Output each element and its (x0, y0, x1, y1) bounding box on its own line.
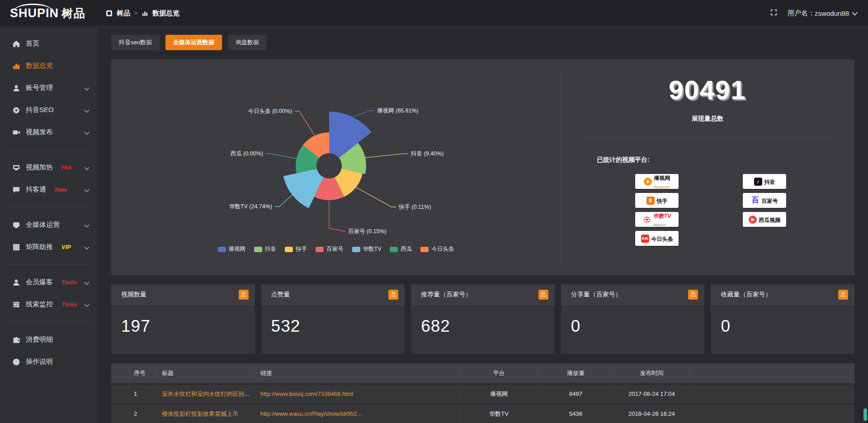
legend-label: 快手 (296, 245, 307, 253)
legend-item-快手[interactable]: 快手 (285, 245, 307, 253)
sidebar-item-6[interactable]: 视频加热Hot (0, 156, 98, 179)
legend-label: 抖音 (265, 245, 276, 253)
fullscreen-icon[interactable] (770, 9, 778, 18)
svg-text:?: ? (15, 359, 18, 364)
stat-card-title: 点赞量 (271, 291, 290, 299)
legend-item-抖音[interactable]: 抖音 (254, 245, 276, 253)
sidebar-item-label: 操作说明 (26, 357, 53, 366)
column-header-6: 发布时间 (614, 363, 690, 383)
video-url-link[interactable]: http://www.wasu.cn/Play/show/id/952... (260, 410, 362, 417)
sidebar-item-label: 数据总览 (26, 61, 53, 70)
sidebar-divider (7, 264, 90, 265)
stat-card-value: 0 (571, 317, 705, 336)
video-title-link[interactable]: 室外水纹灯和室内水纹灯的区别和简介 (162, 390, 256, 397)
pie-slice-华数TV[interactable] (283, 169, 324, 208)
cell-plays: 8497 (538, 385, 614, 403)
stat-card-header: 推荐量（百家号）总 (411, 284, 555, 305)
breadcrumb-root[interactable]: 树品 (117, 9, 130, 18)
legend-color-chip (285, 247, 293, 252)
sidebar-item-1[interactable]: 首页 (0, 33, 98, 55)
cell-title: 室外水纹灯和室内水纹灯的区别和简介 (157, 385, 256, 403)
sidebar-item-label: 抖客通 (26, 185, 46, 194)
sidebar-item-badge: New (55, 186, 67, 193)
sidebar-item-badge: Tools (61, 279, 77, 286)
sidebar-item-label: 全媒体运营 (26, 221, 60, 229)
pie-label: 今日头条 (0.00%) (248, 108, 292, 114)
legend-label: 今日头条 (431, 245, 454, 253)
platform-name: 今日头条 (651, 236, 673, 242)
sidebar-item-label: 矩阵助推 (26, 243, 53, 251)
chevron-down-icon (852, 9, 858, 15)
cell-platform: 播视网 (460, 385, 538, 403)
platform-badge-西瓜视频: 西瓜视频 (743, 212, 786, 227)
platform-badge-播视网: 播视网boosj.com (635, 174, 679, 189)
sidebar-item-11[interactable]: 线索监控Tools (0, 293, 98, 315)
cell-index: 1 (129, 385, 157, 403)
kuaishou-icon: 8 (646, 197, 655, 205)
sidebar-item-9[interactable]: 矩阵助推VIP (0, 236, 98, 258)
stat-card-value: 197 (121, 317, 255, 336)
sidebar-item-badge: VIP (61, 244, 71, 250)
stat-card-header: 视频数量总 (111, 284, 255, 305)
cell-title: 楼体投影灯投影效果震撼上市 (157, 404, 256, 423)
cell-extra (690, 404, 854, 423)
chevron-down-icon (84, 222, 89, 227)
sidebar-item-12[interactable]: 消费明细 (0, 329, 98, 351)
legend-item-今日头条[interactable]: 今日头条 (420, 245, 454, 253)
divider (584, 137, 831, 138)
breadcrumb-current[interactable]: 数据总览 (152, 9, 179, 18)
tab-2[interactable]: 全媒体运营数据 (165, 35, 222, 50)
sidebar-item-3[interactable]: 账号管理 (0, 77, 98, 99)
sidebar-item-4[interactable]: 抖音SEO (0, 99, 98, 121)
stat-card-3: 推荐量（百家号）总682 (411, 284, 555, 354)
total-impressions-value: 90491 (561, 75, 854, 105)
label-leader-line (356, 187, 396, 207)
pie-label: 百家号 (0.15%) (348, 228, 387, 235)
platform-badge-grid: 播视网boosj.com♪抖音8快手百百家号华数TVwasu.cn西瓜视频头条今… (635, 174, 854, 246)
legend-item-播视网[interactable]: 播视网 (218, 245, 246, 253)
sidebar-item-label: 消费明细 (26, 335, 53, 344)
scrollbar-thumb[interactable] (863, 409, 867, 421)
legend-color-chip (420, 247, 429, 252)
legend-color-chip (352, 247, 360, 252)
label-leader-line (364, 154, 408, 158)
legend-item-百家号[interactable]: 百家号 (316, 245, 344, 253)
column-header-2: 标题 (157, 363, 256, 383)
cell-index: 2 (129, 404, 157, 423)
legend-color-chip (390, 247, 398, 252)
pie-label: 西瓜 (0.00%) (231, 150, 263, 157)
stat-card-4: 分享量（百家号）总0 (561, 284, 705, 354)
stat-card-header: 分享量（百家号）总 (561, 284, 705, 305)
platforms-title: 已统计的视频平台: (597, 156, 854, 164)
total-badge: 总 (239, 290, 249, 300)
sidebar: 首页数据总览账号管理抖音SEO视频发布视频加热Hot抖客通New全媒体运营矩阵助… (0, 26, 98, 423)
username-display[interactable]: 用户名：zswodun88 (788, 9, 856, 18)
pie-label: 快手 (0.11%) (398, 204, 431, 210)
stat-card-value: 532 (271, 317, 405, 336)
legend-item-西瓜[interactable]: 西瓜 (390, 245, 412, 253)
username-value: zswodun88 (815, 9, 849, 17)
stat-card-header: 点赞量总 (261, 284, 405, 305)
video-url-link[interactable]: http://www.boosj.com/7338468.html (260, 390, 353, 397)
tab-3[interactable]: 询盘数据 (228, 35, 267, 50)
video-icon (13, 129, 20, 136)
sidebar-item-10[interactable]: 会员爆客Tools (0, 271, 98, 293)
sidebar-item-8[interactable]: 全媒体运营 (0, 214, 98, 236)
chevron-down-icon (84, 165, 89, 170)
brand-square-icon (106, 10, 113, 17)
gear-icon (13, 107, 20, 114)
logo-text-cn: 树品 (61, 6, 86, 21)
platform-subtext: boosj.com (654, 185, 670, 188)
sidebar-item-13[interactable]: ?操作说明 (0, 351, 98, 373)
column-header-3: 链接 (256, 363, 460, 383)
home-icon (13, 40, 20, 47)
sidebar-item-7[interactable]: 抖客通New (0, 179, 98, 201)
tab-bar: 抖音seo数据全媒体运营数据询盘数据 (111, 35, 854, 50)
total-badge: 总 (538, 290, 548, 300)
video-title-link[interactable]: 楼体投影灯投影效果震撼上市 (162, 410, 238, 417)
sidebar-item-2[interactable]: 数据总览 (0, 55, 98, 77)
sidebar-item-5[interactable]: 视频发布 (0, 121, 98, 143)
tab-1[interactable]: 抖音seo数据 (111, 35, 160, 50)
logo-text-en: SHUPIN (10, 7, 59, 19)
legend-item-华数TV[interactable]: 华数TV (352, 245, 382, 253)
